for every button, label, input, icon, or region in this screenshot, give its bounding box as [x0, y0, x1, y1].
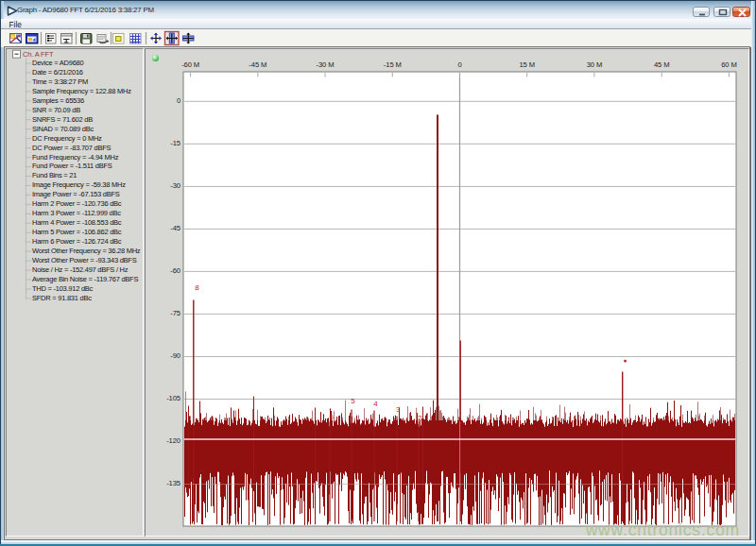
svg-text:8: 8 [195, 283, 199, 292]
svg-text:3: 3 [396, 405, 401, 414]
svg-text:6: 6 [330, 413, 335, 421]
svg-text:2: 2 [418, 414, 422, 422]
svg-text:5: 5 [351, 397, 355, 405]
svg-text:4: 4 [373, 400, 378, 408]
